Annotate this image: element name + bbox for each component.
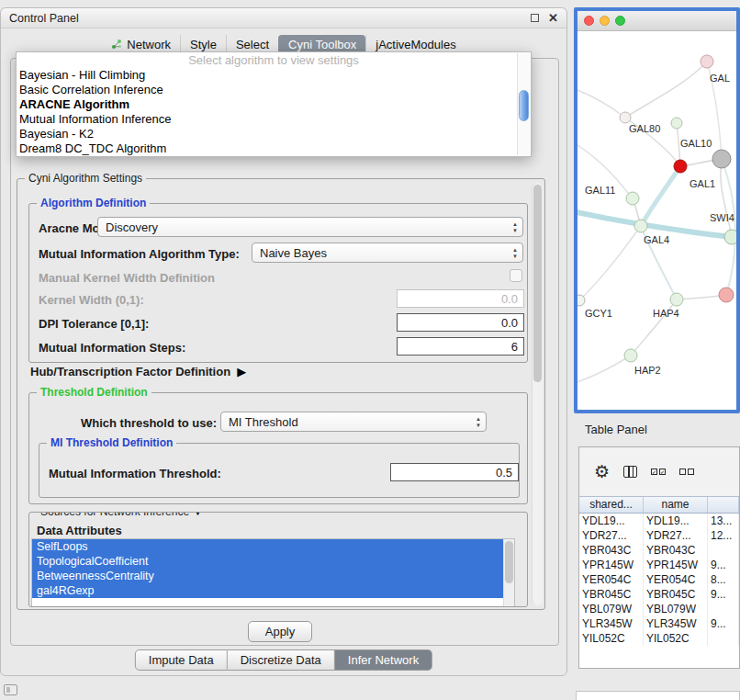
table-body: YDL19...YDL19...13...YDR27...YDR27...12.…: [579, 514, 739, 646]
gear-icon[interactable]: ⚙: [594, 463, 610, 480]
network-canvas[interactable]: GALGAL80GAL10GAL11GAL1SWI4GAL4GCY1HAP4HA…: [577, 31, 736, 410]
network-icon: [111, 39, 122, 50]
attributes-scrollbar[interactable]: [503, 539, 514, 607]
table-row[interactable]: YLR345WYLR345W9...: [579, 616, 739, 631]
network-edge[interactable]: [577, 356, 631, 384]
table-row[interactable]: YBR043CYBR043C: [579, 543, 739, 558]
panel-corner-icon[interactable]: [4, 684, 17, 695]
apply-button[interactable]: Apply: [248, 621, 312, 642]
table-row[interactable]: YBR045CYBR045C9...: [579, 587, 739, 602]
tab-label: Network: [127, 38, 171, 51]
aracne-mode-select[interactable]: Discovery ▲▼: [97, 217, 523, 237]
algorithm-option-aracne-algorithm[interactable]: ARACNE Algorithm: [17, 97, 531, 112]
algorithm-option-bayesian-hill-climbing[interactable]: Bayesian - Hill Climbing: [17, 68, 531, 83]
table-row[interactable]: YBL079WYBL079W: [579, 602, 739, 616]
column-header-name[interactable]: name: [644, 497, 708, 513]
tab-label: Cyni Toolbox: [288, 38, 356, 51]
node-label-gal1: GAL1: [690, 178, 715, 189]
zoom-traffic-light-icon[interactable]: [615, 16, 625, 26]
attributes-scroll-thumb[interactable]: [505, 541, 513, 583]
node-gal80[interactable]: [620, 112, 631, 123]
manual-kernel-width-label: Manual Kernel Width Definition: [39, 271, 215, 285]
table-row[interactable]: YER054CYER054C8...: [579, 572, 739, 587]
table-row[interactable]: YDR27...YDR27...12...: [579, 528, 739, 543]
network-window[interactable]: GALGAL80GAL10GAL11GAL1SWI4GAL4GCY1HAP4HA…: [574, 7, 740, 413]
node-upper-green[interactable]: [671, 118, 682, 129]
bottom-tab-impute-data[interactable]: Impute Data: [135, 649, 228, 671]
dpi-tolerance-field[interactable]: 0.0: [397, 313, 524, 332]
network-edge[interactable]: [722, 159, 735, 295]
network-edge[interactable]: [577, 88, 625, 118]
network-edge[interactable]: [577, 211, 724, 236]
attribute-gal4rgexp[interactable]: gal4RGexp: [32, 583, 503, 598]
table-cell: 13...: [708, 514, 739, 528]
columns-icon[interactable]: [623, 466, 637, 478]
column-header-col2[interactable]: [708, 497, 739, 513]
node-hap4-pink[interactable]: [719, 288, 734, 302]
settings-scroll-thumb[interactable]: [533, 185, 542, 382]
algorithm-option-basic-correlation-inference[interactable]: Basic Correlation Inference: [17, 83, 531, 97]
deselect-all-checkboxes-icon[interactable]: [679, 469, 694, 475]
table-row[interactable]: YDL19...YDL19...13...: [579, 514, 739, 528]
dpi-tolerance-label: DPI Tolerance [0,1]:: [39, 317, 149, 331]
bottom-tab-infer-network[interactable]: Infer Network: [335, 649, 432, 671]
node-gal4[interactable]: [634, 220, 647, 232]
chevron-updown-icon: ▲▼: [476, 416, 481, 428]
close-icon[interactable]: ✕: [548, 12, 558, 24]
collapse-arrow-icon: ▼: [193, 512, 203, 518]
data-attributes-list: SelfLoopsTopologicalCoefficientBetweenne…: [31, 538, 515, 607]
node-mid-green[interactable]: [670, 293, 683, 306]
node-gal10-red[interactable]: [674, 160, 687, 173]
sources-section-header[interactable]: Sources for Network Inference ▼: [37, 512, 207, 518]
manual-kernel-width-checkbox[interactable]: [510, 269, 522, 282]
table-row[interactable]: YPR145WYPR145W9...: [579, 558, 739, 572]
popup-scroll-thumb[interactable]: [519, 90, 529, 121]
algorithm-option-mutual-information-inference[interactable]: Mutual Information Inference: [17, 112, 531, 127]
column-header-shared[interactable]: shared...: [579, 497, 644, 513]
node-gal11[interactable]: [626, 192, 639, 205]
algorithm-option-bayesian-k2[interactable]: Bayesian - K2: [17, 127, 531, 141]
node-label-hap4: HAP4: [653, 308, 679, 319]
popup-scrollbar[interactable]: [517, 53, 530, 155]
node-gray[interactable]: [712, 150, 731, 168]
network-edge[interactable]: [641, 166, 680, 226]
table-cell: 9...: [708, 616, 739, 631]
data-attributes-label: Data Attributes: [37, 524, 122, 537]
mi-steps-field[interactable]: 6: [397, 337, 524, 356]
node-top-pink[interactable]: [701, 55, 713, 68]
select-all-checkboxes-icon[interactable]: ✓✓: [651, 469, 666, 475]
node-hap2[interactable]: [624, 349, 637, 362]
network-edge[interactable]: [625, 62, 707, 118]
close-traffic-light-icon[interactable]: [584, 16, 594, 26]
network-canvas-svg: GALGAL80GAL10GAL11GAL1SWI4GAL4GCY1HAP4HA…: [577, 31, 736, 410]
attribute-betweennesscentrality[interactable]: BetweennessCentrality: [32, 569, 503, 583]
algorithm-dropdown-popup: Select algorithm to view settings Bayesi…: [16, 51, 532, 157]
which-threshold-select[interactable]: MI Threshold ▲▼: [220, 412, 487, 432]
float-window-icon[interactable]: [531, 14, 539, 22]
table-header-row: shared...name: [579, 496, 739, 514]
node-label-swi4: SWI4: [710, 212, 734, 223]
tab-label: Select: [236, 38, 269, 51]
node-gcy1[interactable]: [577, 295, 585, 306]
mi-threshold-label: Mutual Information Threshold:: [49, 467, 221, 480]
table-cell: YDR27...: [644, 528, 708, 543]
hub-section-toggle[interactable]: Hub/Transcription Factor Definition ▶: [30, 365, 246, 378]
minimize-traffic-light-icon[interactable]: [600, 16, 610, 26]
settings-scrollbar[interactable]: [532, 183, 543, 605]
network-edge[interactable]: [579, 226, 641, 300]
bottom-tab-discretize-data[interactable]: Discretize Data: [228, 649, 335, 671]
algorithm-option-dream8-dc-tdc-algorithm[interactable]: Dream8 DC_TDC Algorithm: [17, 141, 531, 156]
table-cell: YBR045C: [644, 587, 708, 602]
table-cell: [708, 602, 739, 616]
control-panel-titlebar[interactable]: Control Panel ✕: [1, 8, 566, 28]
table-row[interactable]: YIL052CYIL052C: [579, 631, 739, 646]
which-threshold-value: MI Threshold: [229, 415, 298, 429]
mi-algorithm-type-select[interactable]: Naive Bayes ▲▼: [252, 243, 523, 263]
table-cell: 9...: [708, 558, 739, 572]
attribute-selfloops[interactable]: SelfLoops: [32, 539, 503, 554]
attribute-topologicalcoefficient[interactable]: TopologicalCoefficient: [32, 554, 503, 569]
chevron-updown-icon: ▲▼: [512, 247, 518, 259]
node-swi4[interactable]: [724, 230, 736, 244]
network-window-titlebar[interactable]: [577, 11, 736, 31]
mi-threshold-field[interactable]: 0.5: [390, 463, 519, 481]
